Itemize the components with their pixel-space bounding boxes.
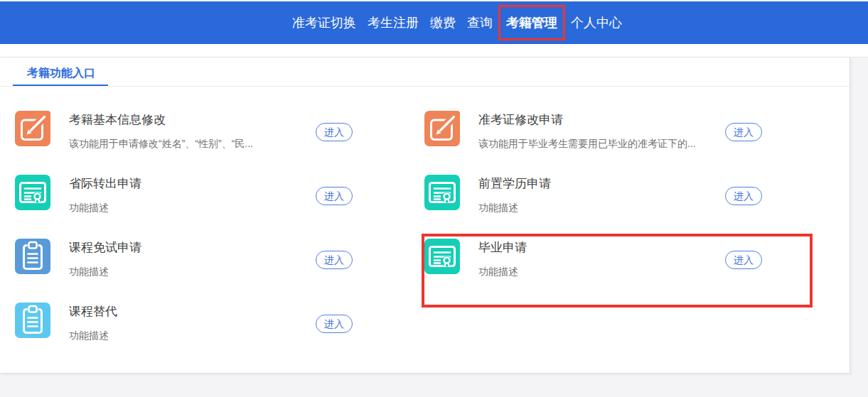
card-description: 功能描述 <box>69 266 109 278</box>
enter-button[interactable]: 进入 <box>316 315 353 333</box>
certificate-icon <box>15 175 50 210</box>
card-description: 功能描述 <box>69 202 109 214</box>
enter-button[interactable]: 进入 <box>725 123 762 141</box>
card-title: 前置学历申请 <box>478 175 551 192</box>
nav-item-personal-center[interactable]: 个人中心 <box>565 14 628 31</box>
enter-button[interactable]: 进入 <box>725 187 762 205</box>
card-description: 功能描述 <box>478 266 518 278</box>
card-title: 课程免试申请 <box>69 239 141 256</box>
nav-item-ticket-switch[interactable]: 准考证切换 <box>286 14 362 31</box>
edit-pencil-icon <box>424 111 460 146</box>
card-title: 省际转出申请 <box>69 175 141 192</box>
function-card-graduation-application: 毕业申请 功能描述 进入 <box>424 239 762 284</box>
top-navigation-bar: 准考证切换 考生注册 缴费 查询 考籍管理 个人中心 <box>0 1 868 44</box>
function-card-basic-info-edit: 考籍基本信息修改 该功能用于申请修改“姓名”、“性别”、“民... 进入 <box>15 111 353 156</box>
nav-item-exam-record-management[interactable]: 考籍管理 <box>498 5 565 40</box>
card-title: 课程替代 <box>69 303 117 320</box>
enter-button[interactable]: 进入 <box>725 251 762 269</box>
clipboard-icon <box>15 239 50 274</box>
enter-button[interactable]: 进入 <box>316 251 353 269</box>
enter-button[interactable]: 进入 <box>316 187 353 205</box>
card-title: 考籍基本信息修改 <box>69 112 166 128</box>
function-card-course-substitution: 课程替代 功能描述 进入 <box>15 303 353 348</box>
card-description: 该功能用于毕业考生需要用已毕业的准考证下的... <box>478 138 696 151</box>
card-description: 功能描述 <box>478 202 518 214</box>
edit-pencil-icon <box>15 111 50 146</box>
function-card-admission-ticket-edit: 准考证修改申请 该功能用于毕业考生需要用已毕业的准考证下的... 进入 <box>424 111 762 156</box>
card-description: 功能描述 <box>69 330 109 342</box>
function-card-prior-education: 前置学历申请 功能描述 进入 <box>424 175 762 220</box>
nav-item-query[interactable]: 查询 <box>461 14 498 31</box>
page: 准考证切换 考生注册 缴费 查询 考籍管理 个人中心 考籍功能入口 考籍基本信息… <box>0 0 868 397</box>
certificate-icon <box>424 175 460 210</box>
function-card-interprovincial-transfer: 省际转出申请 功能描述 进入 <box>15 175 353 220</box>
nav-menu: 准考证切换 考生注册 缴费 查询 考籍管理 个人中心 <box>286 1 628 44</box>
function-card-course-exemption: 课程免试申请 功能描述 进入 <box>15 239 353 284</box>
card-title: 毕业申请 <box>478 239 527 256</box>
clipboard-icon <box>15 303 50 338</box>
tab-divider <box>0 86 850 87</box>
tab-exam-record-entry[interactable]: 考籍功能入口 <box>27 66 95 81</box>
nav-item-payment[interactable]: 缴费 <box>424 14 461 31</box>
card-description: 该功能用于申请修改“姓名”、“性别”、“民... <box>69 138 253 151</box>
nav-item-candidate-register[interactable]: 考生注册 <box>362 14 424 31</box>
exam-record-functions-panel: 考籍功能入口 考籍基本信息修改 该功能用于申请修改“姓名”、“性别”、“民...… <box>0 58 850 374</box>
enter-button[interactable]: 进入 <box>316 123 353 141</box>
card-title: 准考证修改申请 <box>478 112 563 128</box>
certificate-icon <box>424 239 460 274</box>
